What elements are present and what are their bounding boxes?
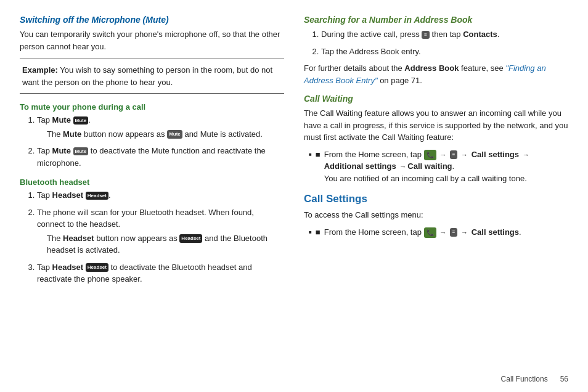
example-text: You wish to say something to person in t… — [22, 65, 272, 87]
headset-icon-3: Headset — [86, 263, 108, 271]
cw-bullet-square: ■ — [316, 149, 321, 185]
cs-bullet-square: ■ — [316, 226, 321, 239]
bt-step-1: Tap Headset Headset. — [37, 189, 284, 202]
footer-page: 56 — [560, 375, 568, 383]
bt-step-2: The phone will scan for your Bluetooth h… — [37, 206, 284, 256]
cs-bullet-text: From the Home screen, tap 📞 → ≡ → Call s… — [324, 226, 521, 239]
left-title: Switching off the Microphone (Mute) — [20, 15, 284, 25]
bt-steps: Tap Headset Headset. The phone will scan… — [37, 189, 284, 285]
contacts-label: Contacts — [463, 30, 497, 39]
callsettings-title: Call Settings — [304, 193, 568, 205]
cw-bullet-text: From the Home screen, tap 📞 → ≡ → Call s… — [324, 149, 568, 185]
mute-active-icon: Mute — [167, 130, 182, 138]
mute-icon-2: Mute — [73, 147, 89, 155]
example-label: Example: — [22, 65, 58, 75]
headset-icon-1: Headset — [86, 192, 108, 200]
right-column: Searching for a Number in Address Book D… — [304, 15, 568, 290]
left-column: Switching off the Microphone (Mute) You … — [20, 15, 284, 290]
mute-step1-tap: Tap Mute Mute. — [37, 115, 91, 125]
headset-label-3: Headset — [52, 263, 84, 272]
mute-step-2: Tap Mute Mute to deactivate the Mute fun… — [37, 145, 284, 169]
menu-icon-3: ≡ — [450, 228, 458, 236]
search-note: For further details about the Address Bo… — [304, 62, 568, 86]
mute-label: Mute — [52, 115, 71, 125]
subheading-bt: Bluetooth headset — [20, 178, 284, 187]
search-step-2: Tap the Address Book entry. — [321, 46, 568, 58]
search-step-1: During the active call, press ≡ then tap… — [321, 28, 568, 41]
callwaiting-bullets: ■ From the Home screen, tap 📞 → ≡ → Call… — [309, 149, 568, 185]
mute-label-2: Mute — [52, 146, 71, 155]
headset-active-icon: Headset — [179, 234, 202, 242]
footer-label: Call Functions — [501, 375, 548, 383]
bt-step-3: Tap Headset Headset to deactivate the Bl… — [37, 261, 284, 285]
subheading-mute: To mute your phone during a call — [20, 102, 284, 112]
callsettings-bullets: ■ From the Home screen, tap 📞 → ≡ → Call… — [309, 226, 568, 239]
callwaiting-bullet-1: ■ From the Home screen, tap 📞 → ≡ → Call… — [309, 149, 568, 185]
callsettings-bullet-1: ■ From the Home screen, tap 📞 → ≡ → Call… — [309, 226, 568, 239]
page-footer: Call Functions 56 — [501, 375, 568, 383]
example-box: Example: You wish to say something to pe… — [20, 59, 284, 94]
bt-step2-text: The phone will scan for your Bluetooth h… — [37, 208, 254, 229]
mute-icon: Mute — [73, 116, 89, 125]
headset-label-1: Headset — [52, 190, 84, 200]
menu-icon-2: ≡ — [450, 150, 458, 158]
phone-icon-2: 📞 — [424, 227, 436, 238]
bt-step2-desc: The Headset button now appears as Headse… — [47, 232, 284, 256]
intro-text: You can temporarily switch your phone's … — [20, 28, 284, 52]
example-content: Example: You wish to say something to pe… — [22, 64, 282, 88]
callwaiting-title: Call Waiting — [304, 94, 568, 104]
phone-icon: 📞 — [424, 150, 436, 160]
callwaiting-desc: The Call Waiting feature allows you to a… — [304, 107, 568, 144]
mute-step-1: Tap Mute Mute. The Mute button now appea… — [37, 114, 284, 140]
cw-bullet-note: You are notified of an incoming call by … — [324, 174, 527, 183]
callsettings-desc: To access the Call settings menu: — [304, 209, 568, 221]
mute-steps: Tap Mute Mute. The Mute button now appea… — [37, 114, 284, 169]
search-steps: During the active call, press ≡ then tap… — [321, 28, 568, 57]
menu-icon: ≡ — [422, 31, 430, 39]
search-title: Searching for a Number in Address Book — [304, 15, 568, 25]
mute-step1-desc: The Mute button now appears as Mute and … — [47, 128, 284, 141]
